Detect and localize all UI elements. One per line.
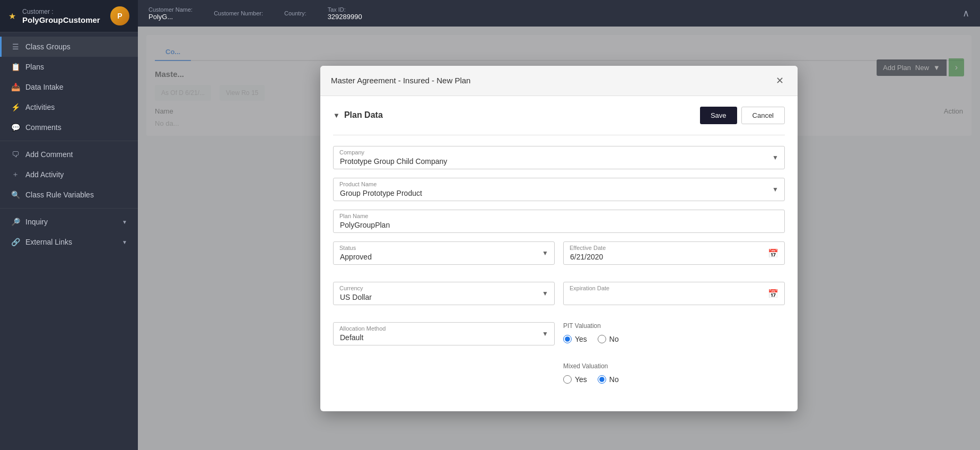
allocation-col: Allocation Method Default ▼ (333, 322, 555, 354)
class-rule-variables-icon: 🔍 (11, 190, 20, 200)
pit-valuation-yes-label: Yes (575, 335, 587, 343)
allocation-method-field: Allocation Method Default ▼ (333, 322, 555, 345)
pit-valuation-label: PIT Valuation (563, 322, 785, 330)
effective-date-field: Effective Date 📅 (563, 241, 785, 265)
product-name-select[interactable]: Group Prototype Product (333, 178, 785, 201)
company-field: Company Prototype Group Child Company ▼ (333, 146, 785, 169)
external-links-arrow-icon: ▼ (122, 239, 127, 245)
mixed-valuation-no-option[interactable]: No (598, 375, 619, 384)
mixed-valuation-yes-radio[interactable] (563, 375, 572, 384)
product-name-field: Product Name Group Prototype Product ▼ (333, 178, 785, 201)
pit-valuation-yes-option[interactable]: Yes (563, 335, 587, 343)
mixed-valuation-empty-col (333, 362, 555, 392)
status-select[interactable]: ApprovedPendingInactive (333, 241, 555, 265)
sidebar-item-label-add-activity: Add Activity (25, 170, 64, 179)
sidebar: ★ Customer : PolyGroupCustomer P ☰ Class… (0, 0, 138, 450)
country-label: Country: (284, 10, 307, 16)
sidebar-item-class-rule-variables[interactable]: 🔍 Class Rule Variables (0, 185, 138, 205)
pit-valuation-yes-radio[interactable] (563, 335, 572, 343)
sidebar-item-label-class-groups: Class Groups (25, 42, 71, 51)
section-header: ▼ Plan Data Save Cancel (333, 107, 785, 124)
sidebar-item-activities[interactable]: ⚡ Activities (0, 97, 138, 117)
sidebar-item-add-comment[interactable]: 🗨 Add Comment (0, 144, 138, 165)
sidebar-item-label-comments: Comments (25, 123, 62, 132)
sidebar-item-add-activity[interactable]: ＋ Add Activity (0, 165, 138, 185)
class-groups-icon: ☰ (11, 42, 20, 51)
effective-date-input[interactable] (563, 241, 785, 265)
modal-divider (333, 135, 785, 135)
tax-id-field: Tax ID: 329289990 (328, 6, 362, 21)
customer-name: PolyGroupCustomer (22, 15, 100, 24)
section-collapse-icon[interactable]: ▼ (333, 111, 340, 119)
pit-valuation-no-radio[interactable] (598, 335, 606, 343)
status-effective-row: Status ApprovedPendingInactive ▼ Effecti… (333, 241, 785, 273)
star-icon: ★ (8, 11, 16, 21)
divider (0, 141, 138, 141)
country-field: Country: (284, 10, 307, 16)
add-activity-icon: ＋ (11, 170, 20, 179)
data-intake-icon: 📥 (11, 82, 20, 92)
sidebar-item-label-plans: Plans (25, 63, 44, 71)
sidebar-item-data-intake[interactable]: 📥 Data Intake (0, 77, 138, 97)
pit-valuation-no-label: No (609, 335, 619, 343)
section-actions: Save Cancel (700, 107, 785, 124)
sidebar-item-comments[interactable]: 💬 Comments (0, 117, 138, 137)
currency-field: Currency US DollarEuroGBP ▼ (333, 282, 555, 305)
avatar: P (110, 6, 129, 25)
pit-valuation-radio-group: Yes No (563, 335, 785, 343)
sidebar-item-external-links[interactable]: 🔗 External Links ▼ (0, 232, 138, 252)
sidebar-item-label-activities: Activities (25, 103, 55, 111)
sidebar-header: ★ Customer : PolyGroupCustomer P (0, 0, 138, 32)
mixed-valuation-row: Mixed Valuation Yes No (333, 362, 785, 392)
currency-col: Currency US DollarEuroGBP ▼ (333, 282, 555, 314)
mixed-valuation-no-radio[interactable] (598, 375, 606, 384)
sidebar-nav: ☰ Class Groups 📋 Plans 📥 Data Intake ⚡ A… (0, 32, 138, 450)
status-col: Status ApprovedPendingInactive ▼ (333, 241, 555, 273)
top-bar-collapse-icon[interactable]: ∧ (962, 7, 969, 19)
modal-backdrop: Master Agreement - Insured - New Plan ✕ … (138, 27, 980, 450)
sidebar-item-plans[interactable]: 📋 Plans (0, 57, 138, 77)
mixed-valuation-yes-option[interactable]: Yes (563, 375, 587, 384)
company-select[interactable]: Prototype Group Child Company (333, 146, 785, 169)
modal-body: ▼ Plan Data Save Cancel Company Prototyp… (320, 96, 798, 411)
mixed-valuation-yes-label: Yes (575, 375, 587, 384)
expiration-date-input[interactable] (563, 282, 785, 305)
mixed-valuation-section: Mixed Valuation Yes No (563, 362, 785, 384)
tax-id-label: Tax ID: (328, 6, 362, 13)
save-button[interactable]: Save (700, 107, 737, 124)
currency-select[interactable]: US DollarEuroGBP (333, 282, 555, 305)
customer-name-value: PolyG... (148, 13, 192, 21)
sidebar-item-label-class-rule-vars: Class Rule Variables (25, 191, 94, 199)
add-comment-icon: 🗨 (11, 150, 20, 159)
plan-name-input[interactable] (333, 210, 785, 233)
tax-id-value: 329289990 (328, 13, 362, 21)
cancel-button[interactable]: Cancel (741, 107, 785, 124)
expiration-date-field: Expiration Date 📅 (563, 282, 785, 305)
content-wrapper: Co... Maste... As Of D 6/21/... View Ro … (138, 27, 980, 450)
modal-title: Master Agreement - Insured - New Plan (331, 76, 470, 85)
sidebar-item-label-data-intake: Data Intake (25, 83, 64, 91)
mixed-valuation-col: Mixed Valuation Yes No (563, 362, 785, 392)
inquiry-arrow-icon: ▼ (122, 219, 127, 225)
allocation-method-select[interactable]: Default (333, 322, 555, 345)
plan-name-field: Plan Name (333, 210, 785, 233)
expiration-date-col: Expiration Date 📅 (563, 282, 785, 314)
status-field: Status ApprovedPendingInactive ▼ (333, 241, 555, 265)
section-title-row: ▼ Plan Data (333, 110, 383, 120)
pit-valuation-section: PIT Valuation Yes No (563, 322, 785, 343)
pit-valuation-no-option[interactable]: No (598, 335, 619, 343)
allocation-pit-row: Allocation Method Default ▼ PIT Valuatio… (333, 322, 785, 354)
sidebar-item-class-groups[interactable]: ☰ Class Groups (0, 37, 138, 57)
activities-icon: ⚡ (11, 102, 20, 112)
sidebar-item-label-add-comment: Add Comment (25, 150, 73, 159)
main-content: Customer Name: PolyG... Customer Number:… (138, 0, 980, 450)
divider-2 (0, 208, 138, 209)
mixed-valuation-label: Mixed Valuation (563, 362, 785, 370)
plans-icon: 📋 (11, 62, 20, 72)
customer-label: Customer : (22, 8, 100, 15)
comments-icon: 💬 (11, 123, 20, 132)
inquiry-icon: 🔎 (11, 217, 20, 227)
sidebar-item-inquiry[interactable]: 🔎 Inquiry ▼ (0, 212, 138, 232)
external-links-icon: 🔗 (11, 237, 20, 247)
modal-close-button[interactable]: ✕ (772, 73, 787, 88)
